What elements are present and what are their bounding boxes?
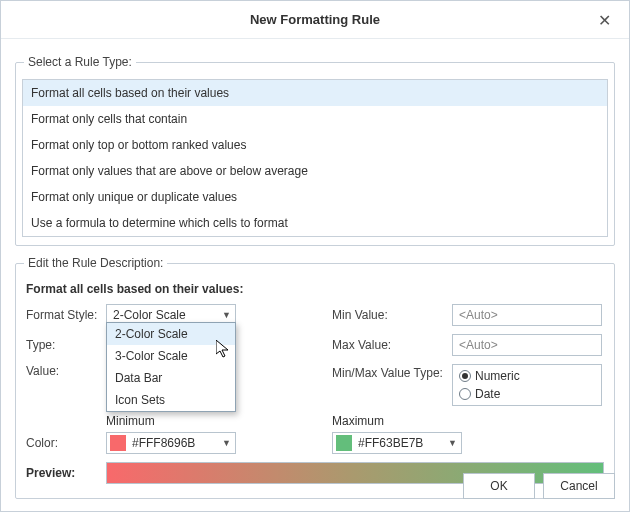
format-style-dropdown[interactable]: 2-Color Scale 3-Color Scale Data Bar Ico…	[106, 322, 236, 412]
dropdown-item-2color[interactable]: 2-Color Scale	[107, 323, 235, 345]
dropdown-item-databar[interactable]: Data Bar	[107, 367, 235, 389]
rule-type-item[interactable]: Format only cells that contain	[23, 106, 607, 132]
radio-date-label: Date	[475, 385, 500, 403]
format-style-label: Format Style:	[26, 308, 106, 322]
rule-type-item[interactable]: Format all cells based on their values	[23, 80, 607, 106]
rule-type-group: Select a Rule Type: Format all cells bas…	[15, 55, 615, 246]
max-value-label: Max Value:	[332, 338, 452, 352]
ok-button[interactable]: OK	[463, 473, 535, 499]
minmax-type-label: Min/Max Value Type:	[332, 364, 452, 380]
rule-type-item[interactable]: Format only unique or duplicate values	[23, 184, 607, 210]
dialog-title: New Formatting Rule	[250, 12, 380, 27]
dropdown-item-iconsets[interactable]: Icon Sets	[107, 389, 235, 411]
close-button[interactable]: ✕	[585, 1, 623, 39]
radio-numeric[interactable]: Numeric	[459, 367, 595, 385]
format-style-value: 2-Color Scale	[113, 308, 186, 322]
rule-description-heading: Format all cells based on their values:	[26, 282, 604, 296]
radio-icon	[459, 370, 471, 382]
chevron-down-icon: ▼	[222, 438, 231, 448]
chevron-down-icon: ▼	[222, 310, 231, 320]
radio-icon	[459, 388, 471, 400]
min-value-input[interactable]: <Auto>	[452, 304, 602, 326]
chevron-down-icon: ▼	[448, 438, 457, 448]
radio-date[interactable]: Date	[459, 385, 595, 403]
min-value-text: <Auto>	[459, 308, 498, 322]
rule-description-legend: Edit the Rule Description:	[24, 256, 167, 270]
row-color: Color: #FFF8696B ▼ #FF63BE7B ▼	[26, 432, 604, 454]
rule-type-legend: Select a Rule Type:	[24, 55, 136, 69]
min-value-label: Min Value:	[332, 308, 452, 322]
max-color-combo[interactable]: #FF63BE7B ▼	[332, 432, 462, 454]
titlebar: New Formatting Rule ✕	[1, 1, 629, 39]
rule-type-item[interactable]: Format only top or bottom ranked values	[23, 132, 607, 158]
radio-numeric-label: Numeric	[475, 367, 520, 385]
max-value-input[interactable]: <Auto>	[452, 334, 602, 356]
rule-type-item[interactable]: Use a formula to determine which cells t…	[23, 210, 607, 236]
min-color-swatch	[110, 435, 126, 451]
max-color-swatch	[336, 435, 352, 451]
color-label: Color:	[26, 436, 106, 450]
minimum-header: Minimum	[106, 414, 332, 428]
dialog-window: New Formatting Rule ✕ Select a Rule Type…	[0, 0, 630, 512]
dropdown-item-3color[interactable]: 3-Color Scale	[107, 345, 235, 367]
maximum-header: Maximum	[332, 414, 604, 428]
min-color-combo[interactable]: #FFF8696B ▼	[106, 432, 236, 454]
preview-label: Preview:	[26, 466, 106, 480]
max-color-value: #FF63BE7B	[358, 436, 448, 450]
dialog-content: Select a Rule Type: Format all cells bas…	[1, 39, 629, 499]
max-value-text: <Auto>	[459, 338, 498, 352]
rule-description-group: Edit the Rule Description: Format all ce…	[15, 256, 615, 499]
rule-description-body: Format all cells based on their values: …	[16, 276, 614, 498]
close-icon: ✕	[598, 11, 611, 30]
type-label: Type:	[26, 338, 106, 352]
row-minmax-headers: Minimum Maximum	[26, 414, 604, 428]
value-label: Value:	[26, 364, 106, 378]
min-color-value: #FFF8696B	[132, 436, 222, 450]
rule-type-list[interactable]: Format all cells based on their values F…	[22, 79, 608, 237]
cancel-button[interactable]: Cancel	[543, 473, 615, 499]
rule-type-item[interactable]: Format only values that are above or bel…	[23, 158, 607, 184]
dialog-buttons: OK Cancel	[463, 473, 615, 499]
minmax-type-radio-group: Numeric Date	[452, 364, 602, 406]
